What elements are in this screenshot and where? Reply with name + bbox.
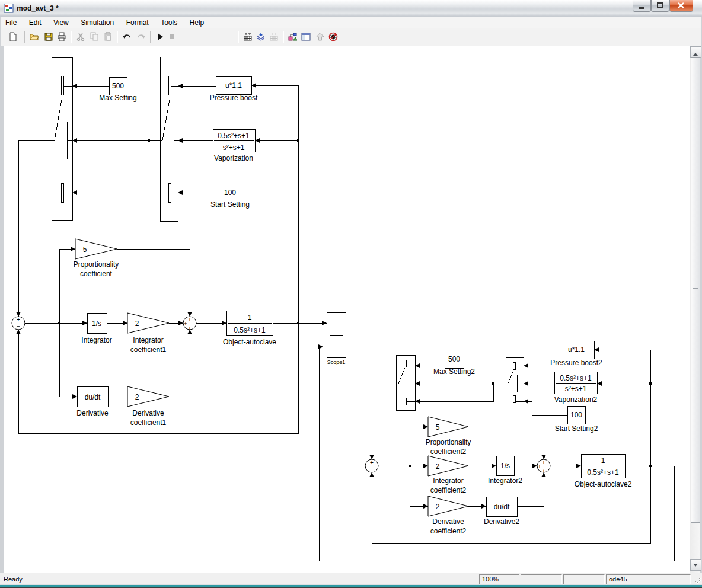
block-switch-2[interactable] (160, 57, 178, 221)
block-constant-max-setting2[interactable]: 500 Max Setting2 (433, 350, 475, 376)
block-tf-vaporization2[interactable]: 0.5s²+s+1 s²+s+1 Vaporization2 (554, 372, 598, 404)
incremental-build-icon (269, 32, 279, 41)
build-all-button[interactable] (254, 30, 267, 43)
block-tf-vaporization[interactable]: 0.5s²+s+1 s²+s+1 Vaporization (213, 129, 255, 162)
cut-button[interactable] (74, 30, 87, 43)
sum-sign: + (542, 468, 545, 474)
tf-numerator: 1 (248, 314, 252, 322)
stop-simulation-button[interactable] (165, 30, 178, 43)
block-constant-start-setting2[interactable]: 100 Start Setting2 (555, 406, 598, 433)
block-label-line2: coefficient2 (430, 486, 467, 494)
tf-numerator: 0.5s²+s+1 (560, 374, 592, 382)
scroll-down-button[interactable] (690, 559, 701, 571)
undo-button[interactable] (120, 30, 133, 43)
title-bar[interactable]: mod_avt_3 * (0, 0, 702, 17)
constant-value: 500 (448, 355, 460, 363)
scrollbar-grip (693, 288, 698, 293)
redo-icon (136, 32, 146, 41)
block-gain-derivative-coeff-1[interactable]: 2 Derivative coefficient1 (127, 386, 169, 427)
debug-button[interactable] (327, 30, 340, 43)
window-title: mod_avt_3 * (17, 4, 59, 12)
go-to-parent-button[interactable] (314, 30, 327, 43)
block-constant-max-setting[interactable]: 500 Max Setting (99, 77, 136, 102)
new-file-icon (8, 32, 18, 41)
close-button[interactable] (669, 0, 693, 12)
block-label: Pressure boost2 (550, 359, 602, 367)
tf-denominator: s²+s+1 (223, 143, 245, 152)
simulink-model-icon (4, 4, 14, 13)
block-gain-derivative-coeff-2[interactable]: 2 Derivative coefficient2 (428, 496, 468, 535)
resize-grip[interactable] (693, 576, 701, 584)
block-integrator-1[interactable]: 1/s Integrator (81, 313, 111, 344)
save-floppy-icon (44, 32, 53, 41)
block-constant-start-setting[interactable]: 100 Start Setting (210, 184, 250, 209)
block-label-line2: coefficient1 (130, 418, 167, 427)
scroll-up-button[interactable] (690, 46, 701, 58)
menu-file[interactable]: File (1, 17, 21, 28)
menu-edit[interactable]: Edit (24, 17, 46, 28)
block-sum-pid-1[interactable]: + + + (183, 317, 196, 331)
update-diagram-button[interactable] (241, 30, 254, 43)
block-sum-error-1[interactable]: + − (12, 317, 25, 330)
undo-icon (122, 32, 132, 41)
block-scope1[interactable]: Scope1 (327, 312, 346, 365)
restore-button[interactable] (651, 0, 669, 12)
minimize-button[interactable] (633, 0, 651, 12)
copy-button[interactable] (88, 30, 101, 43)
block-fcn-pressure-boost2[interactable]: u*1.1 Pressure boost2 (550, 341, 602, 367)
minimize-icon (633, 0, 650, 11)
block-tf-object-autoclave[interactable]: 1 0.5s²+s+1 Object-autoclave (223, 311, 276, 346)
save-button[interactable] (42, 30, 55, 43)
block-gain-proportionality[interactable]: 5 Proportionality coefficient (74, 239, 119, 278)
block-gain-integrator-coeff-1[interactable]: 2 Integrator coefficient1 (127, 313, 169, 354)
open-button[interactable] (28, 30, 41, 43)
vertical-scrollbar[interactable] (690, 46, 700, 573)
up-arrow-icon (315, 32, 325, 41)
block-switch-3[interactable] (396, 355, 415, 410)
paste-button[interactable] (101, 30, 114, 43)
redo-button[interactable] (135, 30, 148, 43)
open-folder-icon (30, 32, 39, 41)
fcn-expression: u*1.1 (568, 346, 585, 354)
block-sum-pid-2[interactable]: + + + (537, 459, 550, 474)
block-derivative-2[interactable]: du/dt Derivative2 (484, 497, 519, 526)
block-label: Max Setting (99, 94, 136, 102)
play-icon (155, 32, 165, 41)
block-derivative-1[interactable]: du/dt Derivative (76, 386, 109, 417)
block-fcn-pressure-boost[interactable]: u*1.1 Pressure boost (210, 76, 258, 102)
stop-icon (167, 32, 177, 41)
block-tf-object-autoclave2[interactable]: 1 0.5s²+s+1 Object-autoclave2 (575, 454, 632, 488)
block-label: Derivative2 (484, 517, 519, 526)
scrollbar-thumb[interactable] (691, 57, 700, 523)
status-solver: ode45 (606, 574, 691, 584)
block-integrator-2[interactable]: 1/s Integrator2 (488, 456, 522, 485)
block-label-line2: coefficient (80, 270, 112, 278)
toolbar-separator (117, 31, 118, 43)
tf-numerator: 1 (601, 456, 605, 465)
gain-value: 5 (83, 245, 87, 254)
block-label: Integrator (81, 336, 111, 344)
model-browser-button[interactable] (299, 30, 312, 43)
window-bottom-border (0, 584, 702, 588)
library-browser-button[interactable] (286, 30, 299, 43)
block-gain-proportionality2[interactable]: 5 Proportionality coefficient2 (426, 417, 471, 456)
block-sum-error-2[interactable]: + − (365, 459, 378, 472)
menu-help[interactable]: Help (185, 17, 209, 28)
status-panel-empty (563, 574, 605, 584)
menu-format[interactable]: Format (122, 17, 154, 28)
block-switch-1[interactable] (52, 57, 72, 220)
new-file-button[interactable] (7, 30, 20, 43)
block-switch-4[interactable] (506, 357, 524, 408)
close-icon (670, 0, 693, 11)
menu-view[interactable]: View (49, 17, 74, 28)
print-button[interactable] (55, 30, 68, 43)
block-label-line1: Integrator (133, 336, 163, 344)
model-canvas[interactable]: 500 Max Setting u*1.1 Pressure boost 0.5… (4, 46, 690, 573)
toolbar-separator (24, 31, 25, 43)
block-gain-integrator-coeff-2[interactable]: 2 Integrator coefficient2 (428, 456, 468, 494)
incremental-build-button[interactable] (267, 30, 280, 43)
start-simulation-button[interactable] (154, 30, 167, 43)
menu-tools[interactable]: Tools (156, 17, 182, 28)
menu-simulation[interactable]: Simulation (76, 17, 119, 28)
gain-value: 2 (436, 462, 440, 471)
